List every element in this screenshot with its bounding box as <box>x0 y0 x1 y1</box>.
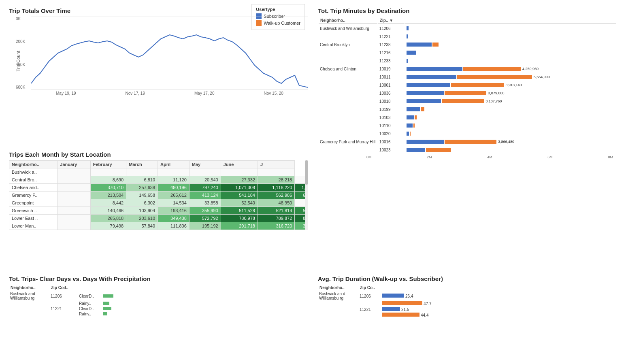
neighborhood-cell <box>319 89 377 97</box>
value-cell <box>57 168 90 176</box>
clear-days-panel: Tot. Trips- Clear Days vs. Days With Pre… <box>4 272 313 360</box>
bar-cell <box>405 49 616 56</box>
neighborhood-cell <box>319 33 377 40</box>
orange-bar <box>382 301 422 305</box>
chart-plot <box>31 17 308 89</box>
bar-label-orange: 3,866,480 <box>498 140 514 144</box>
zip-cell: 10018 <box>378 98 405 105</box>
value-cell: 1,071,308 <box>221 184 258 192</box>
zip-cell: 11233 <box>378 57 405 64</box>
table-row: Chelsea and..370,710257,638480,196797,24… <box>9 184 308 192</box>
bar-cell: 4,250,960 <box>405 65 616 72</box>
avg-duration-panel: Avg. Trip Duration (Walk-up vs. Subscrib… <box>313 272 622 360</box>
value-cell: 780,978 <box>221 215 258 222</box>
table-row: Gramercy P..213,504149,658265,612413,124… <box>9 192 308 199</box>
zip-cell: 10036 <box>378 89 405 97</box>
zip-cell: 11206 <box>49 291 78 301</box>
value-cell: 1,118,220 <box>258 184 294 192</box>
trip-totals-chart: Trip Count 600K 400K 200K 0K <box>9 17 308 106</box>
orange-bar <box>445 140 496 144</box>
orange-bar <box>451 83 504 87</box>
bar-label-orange: 3,079,000 <box>488 91 504 95</box>
trips-month-table: Neighborho.. January February March Apri… <box>9 160 308 230</box>
trip-minutes-title: Tot. Trip Minutes by Destination <box>318 7 617 14</box>
mini-bar <box>103 294 113 298</box>
bar-table-row: 11216 <box>319 49 616 56</box>
value-cell: 6,302 <box>126 199 158 207</box>
scrollbar-thumb[interactable] <box>305 160 308 185</box>
orange-bar <box>410 132 411 136</box>
blue-bar <box>407 75 456 79</box>
value-cell <box>258 168 294 176</box>
blue-bar <box>407 107 420 111</box>
value-cell: 149,658 <box>126 192 158 199</box>
clear-days-table: Neighborho.. Zip Cod.. Bushwick and Will… <box>9 285 308 317</box>
col-zip: Zip Co.. <box>358 285 381 291</box>
value-cell: 521,814 <box>258 207 294 215</box>
ytick-400: 400K <box>16 62 25 67</box>
trips-month-title: Trips Each Month by Start Location <box>9 151 308 158</box>
orange-bar <box>382 313 419 317</box>
bar-cell <box>405 146 616 153</box>
orange-bar <box>421 107 424 111</box>
neighborhood-cell <box>319 49 377 56</box>
blue-bar <box>407 26 409 30</box>
scrollbar-track[interactable] <box>305 160 308 230</box>
neighborhood-cell: Bushwick and Williamsbu rg <box>9 291 49 301</box>
table-row: Lower Man..79,49857,840111,806195,192291… <box>9 222 308 230</box>
type-cell: ClearD.. <box>78 306 102 311</box>
neighborhood-cell <box>318 312 358 318</box>
gridline-0 <box>31 17 308 17</box>
col-bars <box>381 285 617 291</box>
value-cell: 355,990 <box>189 207 221 215</box>
blue-bar <box>407 59 408 63</box>
neighborhood-cell <box>319 130 377 137</box>
xlabel-3: Nov 15, 20 <box>264 91 283 96</box>
value-cell: 195,192 <box>189 222 221 230</box>
value-cell: 103,904 <box>126 207 158 215</box>
blue-bar <box>382 294 404 298</box>
col-bars <box>405 17 616 24</box>
table-row: Lower East ..265,818203,610349,438572,79… <box>9 215 308 222</box>
orange-bar <box>463 67 521 71</box>
xlabel-1: Nov 17, 19 <box>126 91 145 96</box>
bar-cell: 3,866,480 <box>405 138 616 145</box>
avg-duration-title: Avg. Trip Duration (Walk-up vs. Subscrib… <box>318 275 617 282</box>
bar-label-orange: 3,107,760 <box>485 99 502 103</box>
bar-label-orange: 4,250,960 <box>522 67 539 71</box>
blue-label: 26.4 <box>405 294 413 298</box>
trip-minutes-body: Bushwick and Williamsburg1120611221Centr… <box>319 25 616 153</box>
zip-cell: 10020 <box>378 130 405 137</box>
value-cell: 541,184 <box>221 192 258 199</box>
neighborhood-cell: Greenwich .. <box>9 207 57 215</box>
neighborhood-cell: Lower East .. <box>9 215 57 222</box>
trips-month-body: Bushwick a..Central Bro..8,6906,81011,12… <box>9 168 308 230</box>
avg-duration-header: Neighborho.. Zip Co.. <box>318 285 617 291</box>
blue-bar <box>407 83 450 87</box>
value-cell <box>57 222 90 230</box>
col-zip: Zip Cod.. <box>49 285 78 291</box>
clear-days-body: Bushwick and Williamsbu rg11206ClearD..R… <box>9 291 308 317</box>
table-row: Central Bro..8,6906,81011,12020,54027,33… <box>9 176 308 184</box>
xlabel-0: May 19, 19 <box>56 91 76 96</box>
bar-table-row: 11221 <box>319 33 616 40</box>
col-may: May <box>189 161 221 168</box>
bar-cell: 5,554,000 <box>405 73 616 81</box>
zip-cell <box>49 301 78 306</box>
orange-bar <box>457 75 532 79</box>
avg-duration-body: Bushwick an d Williamsbu rg1120626.447.7… <box>318 291 617 318</box>
col-feb: February <box>90 161 126 168</box>
trips-month-header: Neighborho.. January February March Apri… <box>9 161 308 168</box>
value-cell: 6,810 <box>126 176 158 184</box>
zip-cell: 10001 <box>378 81 405 89</box>
value-cell: 203,610 <box>126 215 158 222</box>
bar-table-row: Central Brooklyn11238 <box>319 41 616 48</box>
bar-table-row: 100363,079,000 <box>319 89 616 97</box>
zip-cell: 10199 <box>378 106 405 113</box>
bar-cell <box>405 25 616 32</box>
zip-cell <box>49 311 78 317</box>
value-cell: 79,498 <box>90 222 126 230</box>
blue-label: 21.5 <box>401 307 409 312</box>
list-item: 1122121.5 <box>318 307 617 312</box>
col-zip: Zip.. ▼ <box>378 17 405 24</box>
